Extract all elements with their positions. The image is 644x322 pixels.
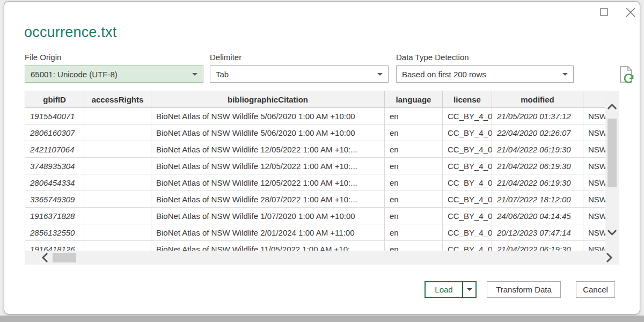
table-cell [84,158,151,174]
table-cell: NSW [583,224,606,241]
table-cell: en [385,158,443,174]
table-row: 2806160307BioNet Atlas of NSW Wildlife 5… [25,125,606,141]
column-header: modified [492,91,583,108]
table-row: 3748935304BioNet Atlas of NSW Wildlife 1… [25,158,606,174]
table-row: 3365749309BioNet Atlas of NSW Wildlife 2… [25,191,606,208]
table-cell: CC_BY_4_0 [443,208,492,224]
table-cell [84,224,151,241]
vertical-scroll-thumb[interactable] [608,119,617,187]
data-type-detection-value: Based on first 200 rows [402,70,559,79]
table-cell: 2806454334 [25,174,84,191]
data-type-detection-dropdown[interactable]: Based on first 200 rows [396,65,574,83]
chevron-down-icon [192,73,197,76]
table-row: 2806454334BioNet Atlas of NSW Wildlife 1… [25,174,606,191]
table-cell: NSW [583,174,606,191]
table-cell: BioNet Atlas of NSW Wildlife 12/05/2022 … [151,141,385,158]
table-cell: CC_BY_4_0 [443,191,492,208]
table-row: 1915540071BioNet Atlas of NSW Wildlife 5… [25,108,606,125]
table-cell: BioNet Atlas of NSW Wildlife 1/07/2020 1… [151,208,385,224]
table-cell: CC_BY_4_0 [443,158,492,174]
refresh-preview-icon[interactable] [616,64,636,85]
load-button-label: Load [426,285,462,294]
load-split-dropdown[interactable] [462,282,475,297]
table-cell: 20/12/2023 07:47:14 [492,224,583,241]
table-cell: BioNet Atlas of NSW Wildlife 12/05/2022 … [151,158,385,174]
table-cell [84,208,151,224]
table-cell: BioNet Atlas of NSW Wildlife 2/01/2024 1… [151,224,385,241]
table-cell: 3748935304 [25,158,84,174]
table-cell: 21/05/2020 01:37:12 [492,108,583,125]
table-cell: CC_BY_4_0 [443,141,492,158]
scroll-right-icon[interactable] [603,251,614,266]
table-cell: 21/04/2022 06:19:30 [492,174,583,191]
table-cell [84,108,151,125]
table-cell: 21/04/2022 06:19:30 [492,158,583,174]
load-button[interactable]: Load [425,281,477,298]
transform-data-button[interactable]: Transform Data [487,281,561,298]
cancel-button[interactable]: Cancel [576,281,615,298]
chevron-down-icon [377,73,383,76]
close-icon[interactable] [624,6,637,19]
import-dialog: occurrence.txt File Origin Delimiter Dat… [4,1,640,314]
table-cell: NSW [583,108,606,125]
table-cell: CC_BY_4_0 [443,174,492,191]
chevron-down-icon [562,73,568,76]
table-cell: en [385,125,443,141]
table-cell: BioNet Atlas of NSW Wildlife 5/06/2020 1… [151,108,385,125]
table-row: 1916371828BioNet Atlas of NSW Wildlife 1… [25,208,606,224]
background-strip [0,316,644,322]
column-header: gbifID [25,91,84,108]
table-cell: NSW [583,191,606,208]
column-header: bibliographicCitation [151,91,385,108]
table-cell: NSW [583,141,606,158]
table-row: 2856132550BioNet Atlas of NSW Wildlife 2… [25,224,606,241]
table-cell: 1915540071 [25,108,84,125]
chevron-down-icon [467,288,472,291]
table-cell [84,125,151,141]
table-cell: CC_BY_4_0 [443,108,492,125]
horizontal-scroll-thumb[interactable] [53,253,76,262]
table-cell: BioNet Atlas of NSW Wildlife 28/07/2022 … [151,191,385,208]
table-cell: en [385,208,443,224]
table-cell: en [385,174,443,191]
scroll-down-icon[interactable] [606,226,618,240]
table-cell: NSW [583,158,606,174]
column-header: language [385,91,443,108]
table-cell: CC_BY_4_0 [443,125,492,141]
column-header: license [443,91,492,108]
column-header [583,91,606,108]
table-row: 2421107064BioNet Atlas of NSW Wildlife 1… [25,141,606,158]
table-cell: 22/04/2020 02:26:07 [492,125,583,141]
file-origin-label: File Origin [25,53,61,62]
table-cell: BioNet Atlas of NSW Wildlife 12/05/2022 … [151,174,385,191]
maximize-button[interactable] [599,7,610,18]
table-cell: 21/07/2022 18:12:00 [492,191,583,208]
page-title: occurrence.txt [24,24,116,41]
vertical-scrollbar[interactable] [605,91,619,251]
table-cell [84,141,151,158]
horizontal-scrollbar[interactable] [25,251,619,265]
data-type-detection-label: Data Type Detection [396,53,469,62]
table-cell: 21/04/2022 06:19:30 [492,141,583,158]
file-origin-dropdown[interactable]: 65001: Unicode (UTF-8) [25,65,203,83]
file-origin-value: 65001: Unicode (UTF-8) [31,70,189,79]
table-cell: en [385,141,443,158]
table-cell: en [385,224,443,241]
table-cell: 1916371828 [25,208,84,224]
scroll-left-icon[interactable] [40,251,52,266]
table-cell [84,191,151,208]
table-cell: 2421107064 [25,141,84,158]
delimiter-dropdown[interactable]: Tab [210,65,389,83]
table-cell: 3365749309 [25,191,84,208]
delimiter-value: Tab [216,70,374,79]
table-cell: en [385,191,443,208]
table-cell: NSW [583,208,606,224]
scroll-up-icon[interactable] [606,101,618,115]
preview-grid: gbifIDaccessRightsbibliographicCitationl… [25,91,605,265]
table-cell: 2806160307 [25,125,84,141]
table-cell: en [385,108,443,125]
delimiter-label: Delimiter [210,53,241,62]
column-header: accessRights [84,91,151,108]
table-cell: BioNet Atlas of NSW Wildlife 5/06/2020 1… [151,125,385,141]
header-row: gbifIDaccessRightsbibliographicCitationl… [25,91,606,108]
